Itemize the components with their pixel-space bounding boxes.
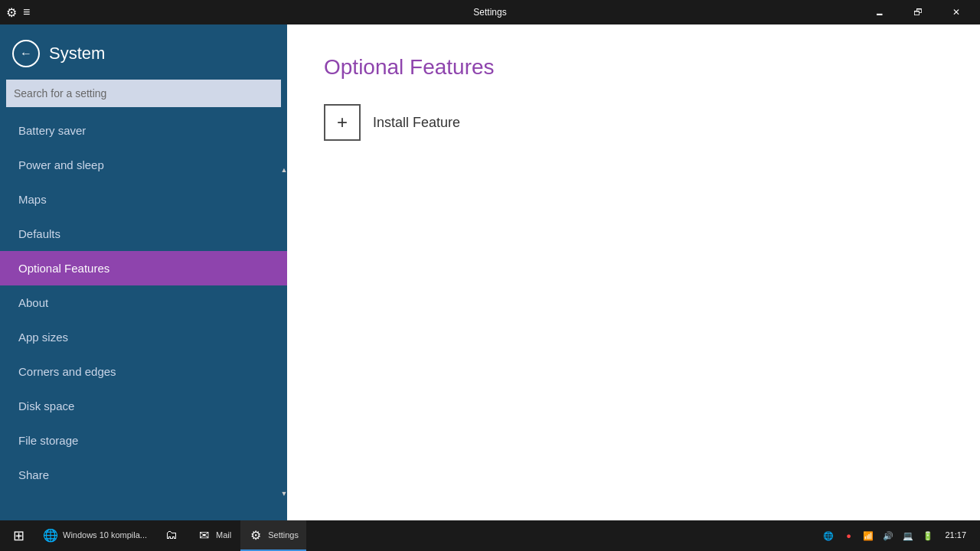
taskbar-item-2[interactable]: ✉Mail [188, 520, 239, 551]
nav-item-disk-space[interactable]: Disk space [0, 389, 287, 423]
nav-item-optional-features[interactable]: Optional Features [0, 251, 287, 285]
titlebar: ⚙ ≡ Settings 🗕 🗗 ✕ [0, 0, 980, 24]
taskbar-item-icon-1: 🗂 [164, 527, 179, 543]
tray-display-icon[interactable]: 💻 [900, 520, 916, 551]
restore-button[interactable]: 🗗 [900, 0, 936, 24]
scroll-down-indicator[interactable]: ▼ [281, 490, 287, 497]
sidebar-nav: Battery saverPower and sleepMapsDefaults… [0, 113, 287, 520]
nav-item-power-and-sleep[interactable]: Power and sleep [0, 148, 287, 182]
taskbar-left: ⊞ 🌐Windows 10 kompila...🗂✉Mail⚙Settings [3, 520, 306, 551]
tray-security-icon[interactable]: ● [841, 520, 856, 551]
nav-item-share[interactable]: Share [0, 458, 287, 492]
clock-time: 21:17 [945, 530, 966, 541]
gear-icon: ⚙ [6, 5, 17, 20]
taskbar-item-1[interactable]: 🗂 [156, 520, 187, 551]
nav-item-app-sizes[interactable]: App sizes [0, 320, 287, 354]
taskbar-item-icon-0: 🌐 [43, 527, 58, 543]
install-feature-label: Install Feature [373, 115, 460, 131]
tray-sound-icon[interactable]: 🔊 [880, 520, 896, 551]
taskbar: ⊞ 🌐Windows 10 kompila...🗂✉Mail⚙Settings … [0, 520, 980, 551]
sidebar-title: System [49, 44, 105, 64]
nav-item-corners-and-edges[interactable]: Corners and edges [0, 354, 287, 389]
taskbar-item-icon-3: ⚙ [248, 527, 263, 543]
tray-notification-icon[interactable]: 🌐 [821, 520, 836, 551]
nav-item-about[interactable]: About [0, 285, 287, 320]
sidebar-header: ← System [0, 24, 287, 80]
install-feature-button[interactable]: + Install Feature [324, 104, 460, 141]
plus-icon: + [324, 104, 361, 141]
main-panel: Optional Features + Install Feature [287, 24, 980, 520]
titlebar-left: ⚙ ≡ [6, 5, 30, 20]
menu-icon: ≡ [23, 5, 30, 19]
nav-item-file-storage[interactable]: File storage [0, 423, 287, 458]
taskbar-item-3[interactable]: ⚙Settings [240, 520, 306, 551]
scroll-up-indicator[interactable]: ▲ [281, 166, 287, 174]
window-title: Settings [473, 7, 506, 18]
search-container [0, 80, 287, 113]
tray-battery-icon[interactable]: 🔋 [920, 520, 936, 551]
start-button[interactable]: ⊞ [3, 520, 34, 551]
tray-wifi-icon[interactable]: 📶 [861, 520, 876, 551]
taskbar-item-label-2: Mail [216, 530, 231, 540]
taskbar-clock[interactable]: 21:17 [940, 530, 971, 541]
close-button[interactable]: ✕ [939, 0, 974, 24]
nav-item-maps[interactable]: Maps [0, 182, 287, 217]
nav-item-defaults[interactable]: Defaults [0, 217, 287, 251]
window-controls: 🗕 🗗 ✕ [862, 0, 974, 24]
app-body: ← System Battery saverPower and sleepMap… [0, 24, 980, 520]
taskbar-item-label-0: Windows 10 kompila... [63, 530, 147, 540]
taskbar-item-icon-2: ✉ [196, 527, 211, 543]
taskbar-right: 🌐 ● 📶 🔊 💻 🔋 21:17 [821, 520, 977, 551]
back-button[interactable]: ← [12, 40, 40, 67]
page-title: Optional Features [324, 55, 943, 80]
nav-item-battery-saver[interactable]: Battery saver [0, 113, 287, 148]
taskbar-item-0[interactable]: 🌐Windows 10 kompila... [35, 520, 155, 551]
search-input[interactable] [6, 80, 281, 107]
minimize-button[interactable]: 🗕 [862, 0, 897, 24]
taskbar-item-label-3: Settings [268, 530, 299, 540]
sidebar: ← System Battery saverPower and sleepMap… [0, 24, 287, 520]
